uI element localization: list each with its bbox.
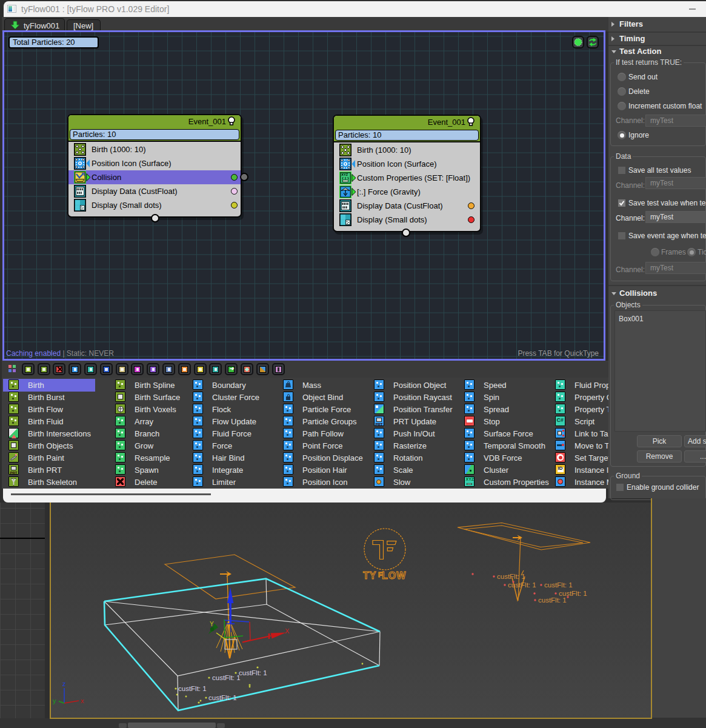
svg-text:custFlt: 1: custFlt: 1 bbox=[208, 694, 237, 701]
svg-text:custFlt: 1: custFlt: 1 bbox=[538, 596, 567, 604]
svg-text:custFlt: 1: custFlt: 1 bbox=[508, 581, 536, 589]
svg-text:Y: Y bbox=[210, 621, 214, 627]
svg-text:custFlt: 1: custFlt: 1 bbox=[239, 669, 267, 676]
svg-text:custFlt: 1: custFlt: 1 bbox=[178, 685, 207, 692]
svg-text:XYZ: XYZ bbox=[341, 173, 348, 176]
svg-text:z: z bbox=[62, 680, 66, 687]
svg-text:x: x bbox=[81, 697, 84, 704]
svg-text:TY: TY bbox=[363, 570, 376, 581]
svg-text:custFlt: 1: custFlt: 1 bbox=[544, 581, 573, 589]
svg-text:custFlt: 1: custFlt: 1 bbox=[497, 573, 525, 580]
svg-text:y: y bbox=[53, 697, 56, 704]
svg-text:LOW: LOW bbox=[382, 570, 406, 581]
svg-text:X: X bbox=[285, 627, 290, 635]
svg-text:custFlt: 1: custFlt: 1 bbox=[212, 674, 241, 681]
